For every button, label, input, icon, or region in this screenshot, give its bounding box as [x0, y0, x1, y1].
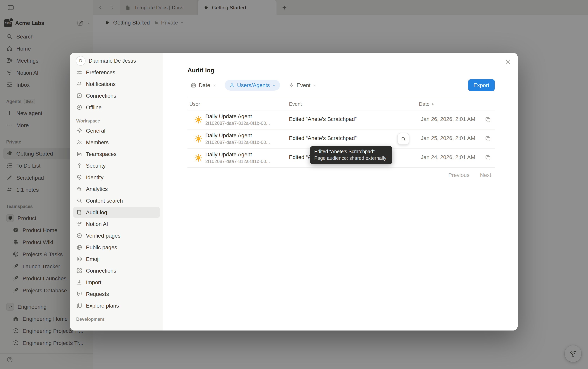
- sun-icon: [194, 115, 203, 124]
- settings-item-notion-ai[interactable]: Notion AI: [73, 218, 160, 229]
- settings-item-emoji[interactable]: Emoji: [73, 254, 160, 264]
- settings-item-public-pages[interactable]: Public pages: [73, 242, 160, 253]
- settings-item-notifications[interactable]: Notifications: [73, 79, 160, 89]
- column-event[interactable]: Event: [289, 98, 302, 110]
- table-header: User Event Date: [187, 98, 495, 110]
- agent-id: 2f102087-daa7-812a-8f1b-00...: [205, 140, 270, 145]
- settings-item-verified-pages[interactable]: Verified pages: [73, 230, 160, 241]
- arrow-up-right-square-icon: [76, 92, 83, 99]
- account-row[interactable]: D Dianmarie De Jesus: [73, 54, 160, 67]
- event-tooltip: Edited “Anete’s Scratchpad” Page audienc…: [310, 146, 392, 164]
- settings-item-analytics[interactable]: Analytics: [73, 184, 160, 195]
- calendar-icon: [191, 82, 196, 88]
- key-icon: [76, 163, 83, 169]
- settings-section-workspace: Workspace: [76, 117, 157, 125]
- search-icon: [400, 136, 406, 142]
- download-icon: [76, 279, 83, 285]
- agent-name: Daily Update Agent: [205, 151, 252, 157]
- filter-event[interactable]: Event: [285, 80, 320, 91]
- event-date: Jan 26, 2026, 2:01 AM: [421, 116, 475, 122]
- copy-icon[interactable]: [485, 135, 491, 142]
- agent-id: 2f102087-daa7-812a-8f1b-00...: [205, 121, 270, 126]
- globe-icon: [76, 244, 83, 250]
- event-date: Jan 25, 2026, 2:01 AM: [421, 135, 475, 141]
- chevron-down-icon: [313, 83, 316, 87]
- download-circle-icon: [76, 104, 83, 110]
- sun-icon: [194, 154, 203, 162]
- settings-item-connections[interactable]: Connections: [73, 90, 160, 101]
- event-date: Jan 24, 2026, 2:01 AM: [421, 154, 475, 160]
- copy-icon[interactable]: [485, 116, 491, 123]
- tooltip-detail: Page audience: shared externally: [314, 155, 388, 162]
- chevron-down-icon: [272, 83, 276, 87]
- chevron-down-icon: [213, 83, 216, 87]
- column-user[interactable]: User: [189, 98, 200, 110]
- column-date[interactable]: Date: [419, 98, 435, 110]
- pagination: Previous Next: [448, 172, 491, 178]
- person-icon: [229, 82, 235, 88]
- agent-name: Daily Update Agent: [205, 132, 252, 138]
- audit-log-row[interactable]: Daily Update Agent 2f102087-daa7-812a-8f…: [187, 130, 495, 149]
- settings-item-offline[interactable]: Offline: [73, 102, 160, 113]
- search-icon: [76, 197, 83, 204]
- settings-item-identity[interactable]: Identity: [73, 172, 160, 183]
- settings-item-preferences[interactable]: Preferences: [73, 67, 160, 78]
- row-search-button[interactable]: [397, 133, 409, 145]
- settings-item-content-search[interactable]: Content search: [73, 195, 160, 206]
- sliders-icon: [76, 69, 83, 75]
- bell-icon: [76, 81, 83, 87]
- agent-name: Daily Update Agent: [205, 113, 252, 119]
- close-icon[interactable]: [504, 58, 511, 65]
- export-button[interactable]: Export: [468, 79, 495, 91]
- filter-bar: Date Users/Agents Event: [187, 79, 320, 91]
- avatar: D: [76, 56, 85, 65]
- settings-section-development: Development: [76, 315, 157, 324]
- arrow-down-icon: [431, 102, 435, 106]
- chat-up-icon: [76, 291, 83, 297]
- sun-icon: [194, 134, 203, 143]
- settings-item-members[interactable]: Members: [73, 137, 160, 148]
- tooltip-event: Edited “Anete’s Scratchpad”: [314, 149, 388, 155]
- event-text: Edited “Anete’s Scratchpad”: [289, 116, 357, 122]
- smiley-icon: [76, 256, 83, 262]
- settings-modal: D Dianmarie De Jesus Preferences Notific…: [70, 53, 518, 330]
- filter-date[interactable]: Date: [187, 80, 219, 91]
- agent-id: 2f102087-daa7-812a-8f1b-00...: [205, 159, 270, 164]
- gear-icon: [76, 128, 83, 134]
- scroll-icon: [76, 209, 83, 215]
- notion-app: ACME Acme Labs Search Home Meetings Noti…: [0, 0, 588, 369]
- map-icon: [76, 303, 83, 309]
- settings-item-explore-plans[interactable]: Explore plans: [73, 300, 160, 311]
- event-text: Edited “Anete’s Scratchpad”: [289, 135, 357, 141]
- settings-item-general[interactable]: General: [73, 125, 160, 136]
- settings-item-connections[interactable]: Connections: [73, 265, 160, 276]
- settings-item-import[interactable]: Import: [73, 277, 160, 288]
- previous-button[interactable]: Previous: [448, 172, 469, 178]
- settings-item-teamspaces[interactable]: Teamspaces: [73, 149, 160, 159]
- settings-item-security[interactable]: Security: [73, 160, 160, 171]
- settings-sidebar: D Dianmarie De Jesus Preferences Notific…: [70, 53, 163, 330]
- magnifier-plus-icon: [76, 186, 83, 192]
- building-icon: [76, 151, 83, 157]
- account-name: Dianmarie De Jesus: [89, 58, 136, 63]
- members-icon: [76, 139, 83, 145]
- audit-log-row[interactable]: Daily Update Agent 2f102087-daa7-812a-8f…: [187, 110, 495, 130]
- shield-check-icon: [76, 174, 83, 180]
- ai-face-icon: [76, 221, 83, 227]
- settings-item-requests[interactable]: Requests: [73, 288, 160, 299]
- grid-icon: [76, 267, 83, 274]
- next-button[interactable]: Next: [480, 172, 491, 178]
- bolt-icon: [288, 82, 294, 88]
- filter-users-agents[interactable]: Users/Agents: [225, 80, 280, 91]
- settings-item-audit-log[interactable]: Audit log: [73, 207, 160, 218]
- copy-icon[interactable]: [485, 154, 491, 161]
- badge-check-icon: [76, 233, 83, 239]
- settings-content: Audit log Date Users/Agents Event Export…: [163, 53, 518, 330]
- audit-log-title: Audit log: [187, 67, 215, 74]
